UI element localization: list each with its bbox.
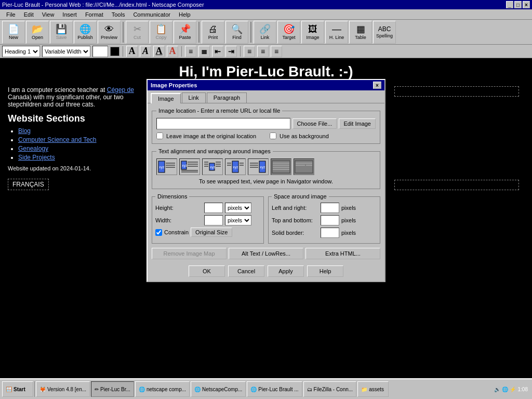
hline-button[interactable]: — H. Line [325, 21, 348, 44]
cut-button[interactable]: ✂ Cut [126, 21, 149, 44]
taskbar-separator [34, 381, 35, 397]
publish-button[interactable]: 🌐 Publish [74, 21, 97, 44]
leave-original-checkbox[interactable] [156, 132, 163, 139]
font-color-button[interactable]: A [167, 46, 178, 57]
align-btn-4[interactable]: xyz [225, 158, 246, 175]
title-bar-buttons: _ □ × [506, 1, 530, 8]
font-size-input[interactable]: 24 [92, 46, 108, 57]
unordered-list-button[interactable]: ≡ [185, 46, 196, 57]
top-bottom-input[interactable]: 0 [321, 215, 339, 225]
maximize-button[interactable]: □ [514, 1, 522, 8]
new-button[interactable]: 📄 New [2, 21, 25, 44]
width-select[interactable]: Variable Width [42, 46, 90, 57]
ordered-list-button[interactable]: ≣ [198, 46, 210, 57]
use-background-checkbox[interactable] [270, 132, 276, 139]
image-url-input[interactable]: file:///CI/Mes documents/NetscapeCompo [156, 118, 290, 129]
menu-communicator[interactable]: Communicator [129, 10, 175, 19]
taskbar-item-3[interactable]: 🌐 NetscapeComp... [191, 381, 246, 397]
height-input[interactable]: 0 [204, 203, 223, 213]
table-button[interactable]: ▦ Table [349, 21, 372, 44]
tab-link[interactable]: Link [182, 92, 206, 103]
print-button[interactable]: 🖨 Print [202, 21, 224, 44]
paste-icon: 📌 [179, 24, 191, 34]
remove-image-map-button[interactable]: Remove Image Map [152, 248, 227, 259]
align-btn-1[interactable]: xyz [156, 158, 177, 175]
cancel-button[interactable]: Cancel [228, 265, 264, 277]
image-location-group: Image location - Enter a remote URL or l… [152, 108, 380, 144]
align-btn-3[interactable]: xyz [202, 158, 223, 175]
target-button[interactable]: 🎯 Target [277, 21, 300, 44]
extra-html-button[interactable]: Extra HTML... [305, 248, 380, 259]
menu-tools[interactable]: Tools [108, 10, 129, 19]
align-btn-5[interactable]: xyz [248, 158, 269, 175]
align-left-button[interactable]: ≡ [244, 46, 255, 57]
align-right-button[interactable]: ≡ [271, 46, 282, 57]
align-btn-2[interactable]: xyz [179, 158, 200, 175]
copy-icon: 📋 [155, 24, 167, 34]
menu-insert[interactable]: Insert [58, 10, 81, 19]
preview-button[interactable]: 👁 Preview [98, 21, 121, 44]
copy-button[interactable]: 📋 Copy [150, 21, 172, 44]
sys-tray-icons: 🔊 🌐 ⚡ [494, 387, 516, 392]
taskbar-item-2[interactable]: 🌐 netscape comp... [135, 381, 190, 397]
align-btn-7[interactable] [294, 158, 314, 175]
bottom-buttons-row: Remove Image Map Alt Text / LowRes... Ex… [152, 248, 380, 259]
find-button[interactable]: 🔍 Find [225, 21, 248, 44]
use-background-label: Use as background [280, 133, 329, 139]
help-button[interactable]: Help [307, 265, 343, 277]
taskbar-item-4[interactable]: 🌐 Pier-Luc Brault ... [247, 381, 302, 397]
left-right-input[interactable]: 0 [321, 203, 339, 213]
left-right-label: Left and right: [272, 205, 318, 211]
ok-button[interactable]: OK [189, 265, 225, 277]
link-icon: 🔗 [259, 24, 271, 34]
taskbar-item-1[interactable]: ✏ Pier-Luc Br... [91, 381, 134, 397]
tab-image[interactable]: Image [151, 93, 181, 103]
heading-select[interactable]: Heading 1 [2, 46, 40, 57]
constrain-checkbox[interactable] [155, 229, 162, 236]
solid-border-input[interactable]: 0 [321, 228, 339, 238]
image-location-row: file:///CI/Mes documents/NetscapeCompo C… [156, 118, 376, 129]
image-button[interactable]: 🖼 Image [301, 21, 324, 44]
target-icon: 🎯 [283, 24, 295, 34]
edit-image-button[interactable]: Edit Image [339, 118, 376, 129]
save-label: Save [56, 35, 67, 40]
link-button[interactable]: 🔗 Link [254, 21, 276, 44]
width-input[interactable]: 0 [204, 215, 223, 225]
minimize-button[interactable]: _ [506, 1, 513, 8]
image-label: Image [306, 35, 319, 40]
cut-icon: ✂ [134, 24, 141, 34]
close-button[interactable]: × [523, 1, 530, 8]
italic-button[interactable]: A [140, 46, 151, 57]
bold-button[interactable]: A [126, 46, 138, 57]
spelling-button[interactable]: ABC Spelling [373, 21, 396, 44]
alt-text-button[interactable]: Alt Text / LowRes... [229, 248, 303, 259]
open-button[interactable]: 📂 Open [26, 21, 49, 44]
original-size-button[interactable]: Original Size [191, 228, 232, 237]
paste-button[interactable]: 📌 Paste [174, 21, 196, 44]
height-row: Height: 0 pixels [155, 203, 260, 213]
tab-paragraph[interactable]: Paragraph [207, 92, 247, 103]
indent-button[interactable]: ⇥ [225, 46, 237, 57]
underline-button[interactable]: A [153, 46, 165, 57]
choose-file-button[interactable]: Choose File... [292, 118, 337, 129]
svg-text:xyz: xyz [233, 165, 238, 169]
top-bottom-label: Top and bottom: [272, 217, 318, 223]
align-btn-6[interactable] [271, 158, 291, 175]
taskbar-item-6[interactable]: 📁 assets [357, 381, 389, 397]
taskbar-item-0[interactable]: 🦊 Version 4.8 [en... [36, 381, 90, 397]
menu-view[interactable]: View [38, 10, 59, 19]
menu-edit[interactable]: Edit [20, 10, 38, 19]
color-picker[interactable] [110, 47, 119, 56]
outdent-button[interactable]: ⇤ [212, 46, 223, 57]
apply-button[interactable]: Apply [268, 265, 304, 277]
menu-format[interactable]: Format [81, 10, 108, 19]
taskbar-item-5[interactable]: 🗂 FileZilla - Conn... [303, 381, 357, 397]
menu-help[interactable]: Help [175, 10, 195, 19]
width-unit-select[interactable]: pixels [225, 215, 251, 225]
dialog-close-button[interactable]: × [373, 82, 381, 89]
save-button[interactable]: 💾 Save [50, 21, 73, 44]
align-center-button[interactable]: ≡ [257, 46, 269, 57]
menu-file[interactable]: File [2, 10, 20, 19]
start-button[interactable]: 🪟 Start [2, 381, 33, 397]
height-unit-select[interactable]: pixels [225, 203, 251, 213]
